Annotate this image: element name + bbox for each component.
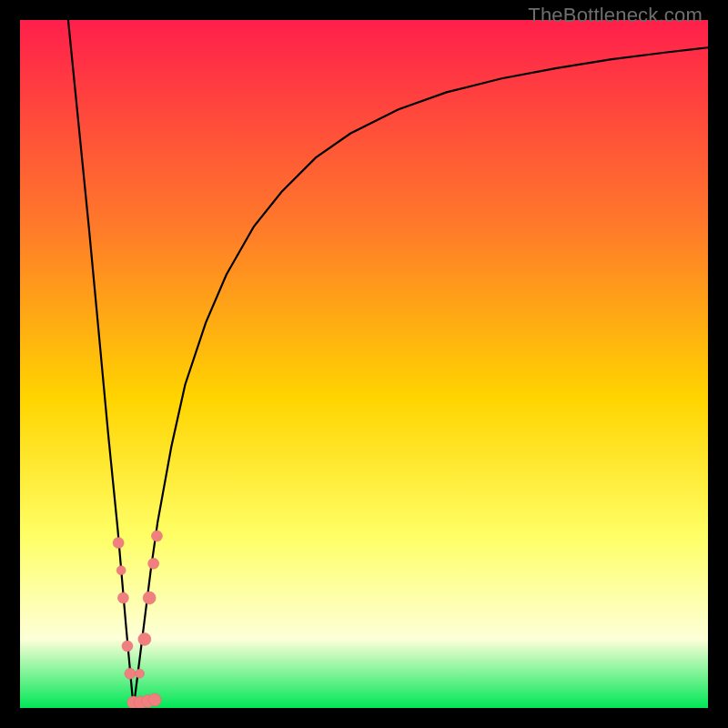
chart-frame — [20, 20, 708, 708]
data-marker — [151, 531, 162, 541]
data-marker — [113, 538, 124, 549]
data-marker — [116, 566, 126, 575]
chart-svg — [20, 20, 708, 708]
data-marker — [136, 669, 145, 678]
data-marker — [138, 632, 151, 645]
data-marker — [117, 592, 128, 603]
data-marker — [143, 592, 156, 604]
watermark-label: TheBottleneck.com — [528, 4, 703, 27]
data-marker — [122, 641, 133, 652]
data-marker — [148, 558, 159, 569]
data-marker — [148, 693, 161, 706]
data-marker — [125, 668, 136, 679]
